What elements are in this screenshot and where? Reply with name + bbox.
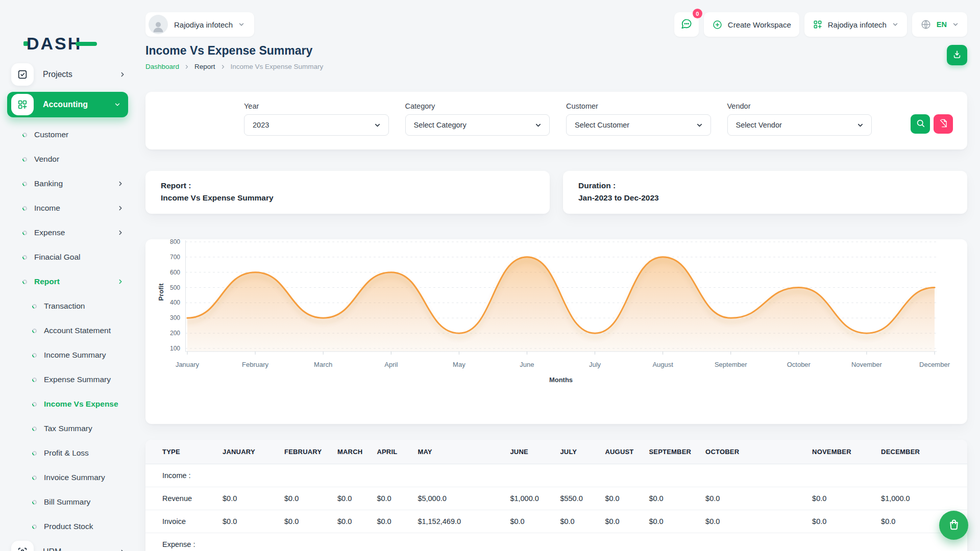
sidebar-item-transaction[interactable]: Transaction <box>0 294 135 318</box>
column-header-type: TYPE <box>145 440 215 464</box>
value-cell: $0.0 <box>598 510 642 533</box>
chevron-right-icon <box>117 205 124 212</box>
bullet-icon <box>21 181 28 187</box>
workspace-name: Rajodiya infotech <box>174 20 233 29</box>
value-cell: $0.0 <box>370 487 410 510</box>
breadcrumb-dashboard[interactable]: Dashboard <box>145 63 179 70</box>
value-cell: $0.0 <box>553 510 598 533</box>
sidebar-item-income-summary[interactable]: Income Summary <box>0 343 135 367</box>
sidebar-item-product-stock[interactable]: Product Stock <box>0 514 135 539</box>
column-header-may: MAY <box>410 440 503 464</box>
main-content: Rajodiya infotech 0 Create Workspace <box>145 0 967 551</box>
table-row[interactable]: Invoice$0.0$0.0$0.0$0.0$1,152,469.0$0.0$… <box>145 510 967 533</box>
account-menu[interactable]: Rajodiya infotech <box>804 12 907 37</box>
sidebar-item-expense-summary[interactable]: Expense Summary <box>0 367 135 392</box>
bullet-icon <box>31 523 37 530</box>
x-tick-label: April <box>384 361 398 368</box>
sidebar-item-hrm[interactable]: HRM <box>0 539 135 551</box>
person-icon <box>151 19 166 34</box>
sidebar-item-bill-summary[interactable]: Bill Summary <box>0 490 135 514</box>
workspace-selector[interactable]: Rajodiya infotech <box>145 12 254 37</box>
sidebar-item-accounting[interactable]: Accounting <box>7 92 128 117</box>
duration-card-value: Jan-2023 to Dec-2023 <box>578 193 952 203</box>
category-filter: Category Select Category <box>405 102 550 149</box>
fab-button[interactable] <box>939 511 968 540</box>
bullet-icon <box>31 303 37 309</box>
app-logo[interactable]: DASH <box>27 34 103 54</box>
bullet-icon <box>31 499 37 505</box>
shopping-bag-icon <box>947 518 961 533</box>
vendor-select[interactable]: Select Vendor <box>727 114 872 136</box>
value-cell: $0.0 <box>598 487 642 510</box>
bullet-icon <box>21 156 28 162</box>
category-select[interactable]: Select Category <box>405 114 550 136</box>
sidebar-item-customer[interactable]: Customer <box>0 122 135 147</box>
x-tick-label: September <box>715 361 747 368</box>
customer-value: Select Customer <box>575 121 629 129</box>
sidebar-item-tax-summary[interactable]: Tax Summary <box>0 416 135 441</box>
grid-plus-icon <box>11 94 34 115</box>
duration-summary-card: Duration : Jan-2023 to Dec-2023 <box>563 171 967 214</box>
y-tick-label: 100 <box>160 345 180 352</box>
sidebar-item-projects[interactable]: Projects <box>0 61 135 88</box>
report-card-title: Report : <box>161 181 534 190</box>
account-name: Rajodiya infotech <box>828 20 887 29</box>
row-type-cell: Revenue <box>145 487 215 510</box>
y-tick-label: 200 <box>160 330 180 337</box>
sidebar-item-vendor[interactable]: Vendor <box>0 147 135 171</box>
language-selector[interactable]: EN <box>912 12 967 37</box>
sidebar-item-finacial-goal[interactable]: Finacial Goal <box>0 245 135 269</box>
value-cell: $0.0 <box>277 510 330 533</box>
value-cell: $0.0 <box>330 510 370 533</box>
column-header-december: DECEMBER <box>874 440 967 464</box>
sidebar-item-profit-loss[interactable]: Profit & Loss <box>0 441 135 465</box>
breadcrumb-current: Income Vs Expense Summary <box>231 63 324 70</box>
sidebar-item-income-vs-expense[interactable]: Income Vs Expense <box>0 392 135 416</box>
reset-filter-button[interactable] <box>934 114 953 134</box>
value-cell: $0.0 <box>503 510 553 533</box>
x-axis-title: Months <box>185 376 937 384</box>
year-filter: Year 2023 <box>244 102 389 149</box>
bullet-icon <box>31 352 37 358</box>
x-tick-label: December <box>919 361 950 368</box>
bullet-icon <box>31 328 37 334</box>
filter-card: Year 2023 Category Select Category Custo… <box>145 92 967 149</box>
y-tick-label: 400 <box>160 299 180 306</box>
value-cell: $1,000.0 <box>503 487 553 510</box>
customer-filter: Customer Select Customer <box>566 102 711 149</box>
section-label: Income : <box>145 464 967 487</box>
table-row[interactable]: Revenue$0.0$0.0$0.0$0.0$5,000.0$1,000.0$… <box>145 487 967 510</box>
year-select[interactable]: 2023 <box>244 114 389 136</box>
column-header-september: SEPTEMBER <box>642 440 698 464</box>
bullet-icon <box>31 425 37 432</box>
sidebar-item-expense[interactable]: Expense <box>0 220 135 245</box>
breadcrumb-report[interactable]: Report <box>194 63 215 70</box>
sidebar-item-banking[interactable]: Banking <box>0 171 135 196</box>
create-workspace-button[interactable]: Create Workspace <box>704 12 799 37</box>
table-header-row: TYPEJANUARYFEBRUARYMARCHAPRILMAYJUNEJULY… <box>145 440 967 464</box>
table-section-row: Expense : <box>145 533 967 551</box>
x-tick-label: October <box>787 361 811 368</box>
bullet-icon <box>21 132 28 138</box>
customer-select[interactable]: Select Customer <box>566 114 711 136</box>
value-cell: $0.0 <box>642 487 698 510</box>
chevron-down-icon <box>238 21 245 28</box>
create-workspace-label: Create Workspace <box>728 20 791 29</box>
chevron-down-icon <box>892 21 899 28</box>
sidebar-nav: Projects Accounting Customer Vendor Bank… <box>0 61 135 551</box>
sidebar-item-report[interactable]: Report <box>0 269 135 294</box>
sidebar-item-account-statement[interactable]: Account Statement <box>0 318 135 343</box>
checkbox-icon <box>11 63 34 86</box>
sidebar-item-income[interactable]: Income <box>0 196 135 220</box>
download-button[interactable] <box>947 45 967 65</box>
value-cell: $0.0 <box>215 487 277 510</box>
search-button[interactable] <box>911 114 930 134</box>
value-cell: $0.0 <box>805 510 874 533</box>
avatar <box>149 15 168 34</box>
vendor-label: Vendor <box>727 102 872 110</box>
filter-actions <box>911 114 953 134</box>
chat-button[interactable]: 0 <box>674 12 699 37</box>
value-cell: $0.0 <box>215 510 277 533</box>
value-cell: $550.0 <box>553 487 598 510</box>
sidebar-item-invoice-summary[interactable]: Invoice Summary <box>0 465 135 490</box>
